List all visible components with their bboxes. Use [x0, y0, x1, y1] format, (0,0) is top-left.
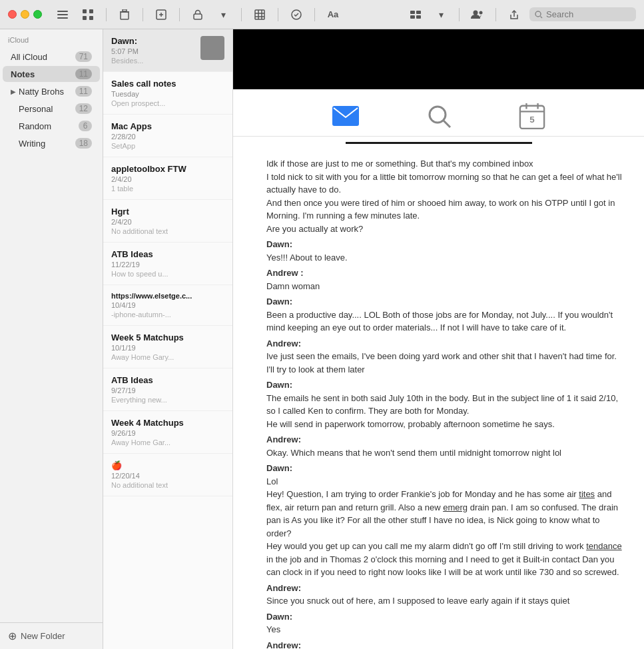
content-pane: 5 Idk if those are just to me or somethi… [233, 29, 644, 649]
separator4 [241, 8, 242, 21]
table-button[interactable] [250, 6, 270, 23]
traffic-lights [8, 10, 42, 19]
separator2 [143, 8, 143, 21]
sidebar-item-all-icloud[interactable]: All iCloud 71 [3, 49, 100, 65]
chat-content[interactable]: Idk if those are just to me or something… [233, 152, 644, 649]
search-box [529, 7, 636, 21]
svg-rect-1 [57, 14, 68, 15]
gallery-button[interactable] [406, 6, 426, 23]
delete-button[interactable] [115, 6, 135, 23]
search-icon-large [426, 103, 452, 129]
separator5 [278, 8, 278, 21]
format-button[interactable]: Aa [323, 6, 343, 23]
list-item[interactable]: appletoolbox FTW 2/4/20 1 table [103, 157, 232, 200]
svg-rect-23 [416, 15, 421, 19]
list-item[interactable]: Hgrt 2/4/20 No additional text [103, 200, 232, 243]
svg-rect-4 [89, 9, 93, 13]
list-item[interactable]: ATB Ideas 11/22/19 How to speed u... [103, 243, 232, 285]
message-speaker: Dawn: [253, 610, 624, 624]
svg-point-25 [480, 11, 483, 14]
message-speaker: Dawn: [253, 378, 624, 392]
svg-rect-13 [194, 14, 202, 19]
message-text: The emails he sent in both said July 10t… [253, 392, 624, 418]
gallery-dropdown-button[interactable]: ▾ [431, 6, 451, 23]
message-text: Yes!!! About to leave. [253, 251, 624, 265]
message-text: Idk if those are just to me or something… [253, 157, 624, 171]
lock-dropdown-button[interactable]: ▾ [213, 6, 233, 23]
message-text: And then once you were tired of him or s… [253, 197, 624, 223]
list-item[interactable]: Mac Apps 2/28/20 SetApp [103, 115, 232, 157]
message-text: He will send in paperwork tomorrow, prob… [253, 418, 624, 431]
sidebar-item-notes[interactable]: Notes 11 [3, 66, 100, 82]
svg-rect-21 [416, 11, 421, 14]
list-item[interactable]: Week 5 Matchups 10/1/19 Away Home Gary..… [103, 326, 232, 368]
svg-rect-22 [410, 15, 415, 19]
note-list: Dawn: 5:07 PM Besides... Sales call note… [103, 29, 233, 649]
message-speaker: Dawn: [253, 462, 624, 475]
svg-rect-20 [410, 11, 415, 14]
titlebar: ▾ Aa ▾ [0, 0, 644, 29]
minimize-button[interactable] [21, 10, 29, 19]
separator6 [314, 8, 315, 21]
search-input[interactable] [546, 9, 626, 19]
svg-text:5: 5 [529, 115, 535, 125]
separator8 [495, 8, 496, 21]
svg-rect-8 [123, 9, 127, 11]
svg-point-24 [474, 10, 478, 15]
grid-view-button[interactable] [78, 6, 98, 23]
svg-rect-3 [83, 9, 87, 13]
message-speaker: Andrew: [253, 582, 624, 595]
message-text: Since you snuck out of here, am I suppos… [253, 594, 624, 608]
svg-rect-9 [121, 12, 129, 19]
svg-rect-14 [255, 10, 264, 19]
mail-icon-large [332, 103, 359, 129]
new-note-button[interactable] [151, 6, 171, 23]
svg-line-28 [541, 16, 543, 18]
svg-rect-29 [332, 106, 359, 126]
svg-rect-2 [57, 17, 68, 19]
list-item[interactable]: 🍎 12/20/14 No additional text [103, 454, 232, 496]
sidebar-item-personal[interactable]: Personal 12 [3, 101, 100, 117]
message-speaker: Andrew : [253, 267, 624, 280]
content-divider [346, 142, 532, 144]
search-icon [535, 11, 543, 19]
sidebar-footer: ⊕ New Folder [0, 622, 103, 649]
lock-button[interactable] [188, 6, 208, 23]
thumbnail [200, 36, 224, 60]
share-button[interactable] [504, 6, 524, 23]
separator [106, 8, 107, 21]
message-text: Hey would you get up can you call me my … [253, 540, 624, 579]
sidebar-header: iCloud [0, 29, 103, 48]
fullscreen-button[interactable] [33, 10, 42, 19]
svg-point-27 [535, 11, 541, 17]
message-text: Are you actually at work? [253, 223, 624, 236]
message-text: Hey! Question, I am trying to order Fran… [253, 488, 624, 540]
triangle-icon: ▶ [11, 88, 16, 95]
calendar-icon-large: 5 [519, 103, 545, 129]
list-item[interactable]: Sales call notes Tuesday Open prospect..… [103, 72, 232, 115]
sidebar-item-writing[interactable]: Writing 18 [3, 135, 100, 151]
separator7 [459, 8, 460, 21]
message-text: Been a productive day.... LOL Both of th… [253, 309, 624, 334]
sidebar: iCloud All iCloud 71 Notes 11 ▶ Natty Br… [0, 29, 103, 649]
svg-point-30 [430, 107, 446, 123]
message-text: Damn woman [253, 280, 624, 293]
message-text: I told nick to sit with you for a little… [253, 171, 624, 197]
message-speaker: Andrew: [253, 337, 624, 350]
separator3 [179, 8, 180, 21]
list-item[interactable]: Dawn: 5:07 PM Besides... [103, 29, 232, 72]
sidebar-item-random[interactable]: Random 6 [3, 118, 100, 134]
sidebar-toggle-button[interactable] [53, 6, 73, 23]
sidebar-item-natty-brohs[interactable]: ▶ Natty Brohs 11 [3, 83, 100, 99]
content-icons: 5 [233, 89, 644, 137]
message-speaker: Dawn: [253, 238, 624, 251]
list-item[interactable]: Week 4 Matchups 9/26/19 Away Home Gar... [103, 411, 232, 454]
message-speaker: Andrew: [253, 639, 624, 650]
message-speaker: Dawn: [253, 295, 624, 309]
new-folder-button[interactable]: ⊕ New Folder [8, 630, 65, 642]
people-button[interactable] [468, 6, 487, 23]
close-button[interactable] [8, 10, 17, 19]
list-item[interactable]: https://www.elsetge.c... 10/4/19 -iphone… [103, 285, 232, 326]
list-item[interactable]: ATB Ideas 9/27/19 Everything new... [103, 368, 232, 411]
checklist-button[interactable] [286, 6, 306, 23]
